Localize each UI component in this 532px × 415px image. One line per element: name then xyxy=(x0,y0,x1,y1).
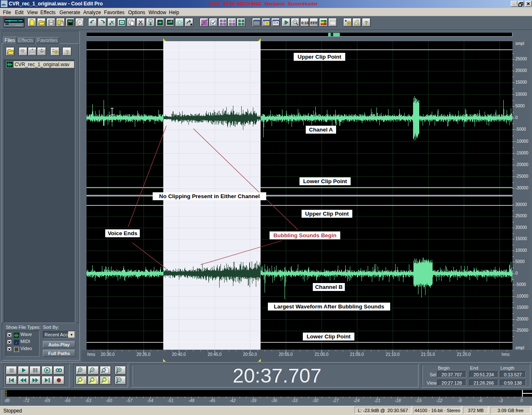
svg-text:0:15: 0:15 xyxy=(301,21,309,25)
svg-text:z: z xyxy=(171,20,172,22)
svg-text:?: ? xyxy=(365,20,368,26)
svg-text:EEE: EEE xyxy=(310,21,318,25)
svg-text:?: ? xyxy=(66,49,69,56)
svg-text:♪: ♪ xyxy=(15,340,17,345)
